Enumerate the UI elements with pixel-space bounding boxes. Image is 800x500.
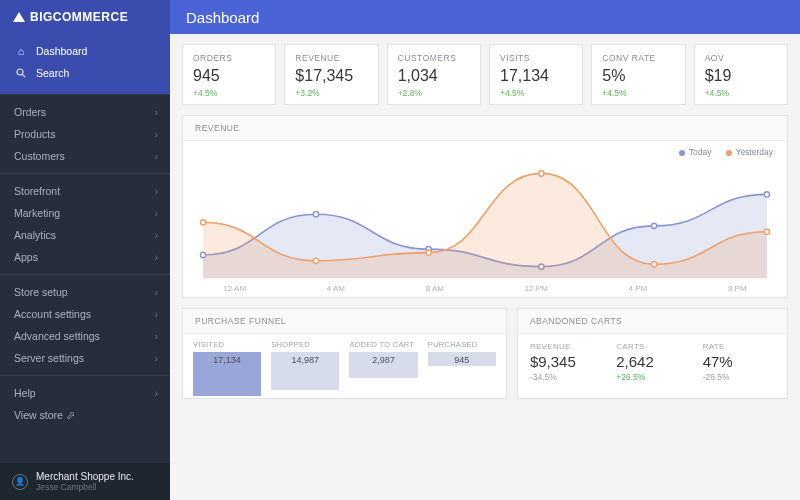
- store-name: Merchant Shoppe Inc.: [36, 471, 134, 482]
- content: ORDERS 945 +4.5% REVENUE $17,345 +3.2% C…: [170, 34, 800, 500]
- nav-view-store[interactable]: View store ⬀: [0, 404, 170, 426]
- kpi-row: ORDERS 945 +4.5% REVENUE $17,345 +3.2% C…: [182, 44, 788, 105]
- chevron-right-icon: ›: [155, 106, 159, 118]
- panel-title: PURCHASE FUNNEL: [183, 309, 506, 334]
- nav-top: ⌂ Dashboard Search: [0, 34, 170, 94]
- chevron-right-icon: ›: [155, 207, 159, 219]
- svg-line-1: [22, 74, 25, 77]
- search-icon: [14, 68, 28, 78]
- abandoned-carts-panel: ABANDONED CARTS REVENUE $9,345 -34.5% CA…: [517, 308, 788, 399]
- funnel-shopped: SHOPPED 14,987: [271, 340, 339, 398]
- chevron-right-icon: ›: [155, 251, 159, 263]
- chevron-right-icon: ›: [155, 330, 159, 342]
- brand-icon: [12, 11, 26, 23]
- kpi-revenue[interactable]: REVENUE $17,345 +3.2%: [284, 44, 378, 105]
- nav-group-4: Help› View store ⬀: [0, 375, 170, 432]
- panel-title: REVENUE: [183, 116, 787, 141]
- kpi-visits[interactable]: VISITS 17,134 +4.5%: [489, 44, 583, 105]
- svg-point-0: [17, 69, 23, 75]
- revenue-chart: Today Yesterday 12 AM 4 AM 8 AM 12 PM 4 …: [183, 141, 787, 297]
- svg-point-7: [764, 192, 769, 197]
- user-name: Jesse Campbell: [36, 482, 134, 492]
- chevron-right-icon: ›: [155, 185, 159, 197]
- chevron-right-icon: ›: [155, 286, 159, 298]
- carts-revenue: REVENUE $9,345 -34.5%: [530, 342, 602, 382]
- funnel-panel: PURCHASE FUNNEL VISITED 17,134 SHOPPED 1…: [182, 308, 507, 399]
- chevron-right-icon: ›: [155, 352, 159, 364]
- carts-rate: RATE 47% -26.5%: [703, 342, 775, 382]
- svg-point-3: [313, 212, 318, 217]
- home-icon: ⌂: [14, 45, 28, 57]
- svg-point-6: [652, 223, 657, 228]
- legend-dot-yesterday: [726, 150, 732, 156]
- chevron-right-icon: ›: [155, 128, 159, 140]
- chart-svg: [183, 141, 787, 297]
- kpi-orders[interactable]: ORDERS 945 +4.5%: [182, 44, 276, 105]
- nav-dashboard[interactable]: ⌂ Dashboard: [0, 40, 170, 62]
- nav-help[interactable]: Help›: [0, 382, 170, 404]
- nav-storefront[interactable]: Storefront›: [0, 180, 170, 202]
- svg-point-8: [201, 220, 206, 225]
- revenue-panel: REVENUE Today Yesterday 12 AM 4 AM 8 AM …: [182, 115, 788, 298]
- main: Dashboard ORDERS 945 +4.5% REVENUE $17,3…: [170, 0, 800, 500]
- svg-point-11: [539, 171, 544, 176]
- funnel-purchased: PURCHASED 945: [428, 340, 496, 398]
- nav-store-setup[interactable]: Store setup›: [0, 281, 170, 303]
- kpi-customers[interactable]: CUSTOMERS 1,034 +2.8%: [387, 44, 481, 105]
- page-header: Dashboard: [170, 0, 800, 34]
- chevron-right-icon: ›: [155, 150, 159, 162]
- user-icon: 👤: [12, 474, 28, 490]
- chevron-right-icon: ›: [155, 308, 159, 320]
- carts-count: CARTS 2,642 +26.5%: [616, 342, 688, 382]
- nav-products[interactable]: Products›: [0, 123, 170, 145]
- svg-point-10: [426, 250, 431, 255]
- funnel-visited: VISITED 17,134: [193, 340, 261, 398]
- kpi-aov[interactable]: AOV $19 +4.5%: [694, 44, 788, 105]
- x-axis-labels: 12 AM 4 AM 8 AM 12 PM 4 PM 8 PM: [183, 284, 787, 293]
- sidebar: BIGCOMMERCE ⌂ Dashboard Search Orders› P…: [0, 0, 170, 500]
- nav-group-2: Storefront› Marketing› Analytics› Apps›: [0, 173, 170, 274]
- brand-logo: BIGCOMMERCE: [0, 0, 170, 34]
- svg-point-13: [764, 229, 769, 234]
- svg-point-9: [313, 258, 318, 263]
- panel-title: ABANDONED CARTS: [518, 309, 787, 334]
- nav-orders[interactable]: Orders›: [0, 101, 170, 123]
- kpi-conv-rate[interactable]: CONV RATE 5% +4.5%: [591, 44, 685, 105]
- nav-group-1: Orders› Products› Customers›: [0, 94, 170, 173]
- nav-apps[interactable]: Apps›: [0, 246, 170, 268]
- chart-legend: Today Yesterday: [679, 147, 773, 157]
- page-title: Dashboard: [186, 9, 259, 26]
- nav-group-3: Store setup› Account settings› Advanced …: [0, 274, 170, 375]
- nav-account-settings[interactable]: Account settings›: [0, 303, 170, 325]
- nav-customers[interactable]: Customers›: [0, 145, 170, 167]
- nav-search[interactable]: Search: [0, 62, 170, 84]
- account-switcher[interactable]: 👤 Merchant Shoppe Inc. Jesse Campbell: [0, 463, 170, 500]
- nav-marketing[interactable]: Marketing›: [0, 202, 170, 224]
- svg-point-12: [652, 262, 657, 267]
- chevron-right-icon: ›: [155, 229, 159, 241]
- nav-analytics[interactable]: Analytics›: [0, 224, 170, 246]
- funnel-added: ADDED TO CART 2,987: [349, 340, 417, 398]
- bottom-row: PURCHASE FUNNEL VISITED 17,134 SHOPPED 1…: [182, 308, 788, 409]
- legend-dot-today: [679, 150, 685, 156]
- chevron-right-icon: ›: [155, 387, 159, 399]
- nav-server-settings[interactable]: Server settings›: [0, 347, 170, 369]
- nav-advanced-settings[interactable]: Advanced settings›: [0, 325, 170, 347]
